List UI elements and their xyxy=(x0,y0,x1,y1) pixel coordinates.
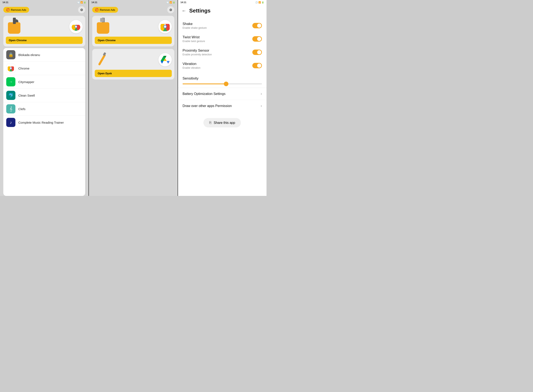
vibration-sub: Enable vibration xyxy=(182,66,201,69)
cleanswell-label: Clean Swell xyxy=(18,94,35,97)
gesture-card-inner-chrome xyxy=(95,18,172,35)
gesture-hand-middle-2 xyxy=(95,52,113,67)
vibration-toggle[interactable] xyxy=(252,63,262,68)
proximity-toggle[interactable] xyxy=(252,50,262,55)
panel-right: 14:11 🕐 📶 🔋 ← Settings Shake Enable shak… xyxy=(178,0,266,196)
settings-item-vibration: Vibration Enable vibration xyxy=(178,59,266,72)
svg-point-9 xyxy=(164,26,166,28)
twist-label: Twist Wrist xyxy=(182,35,205,39)
twist-toggle[interactable] xyxy=(252,36,262,42)
gesture-card-inner-dysk xyxy=(95,51,172,68)
music-label: Complete Music Reading Trainer xyxy=(18,121,64,124)
sensitivity-section: Sensitivity xyxy=(178,74,266,88)
sensitivity-label: Sensitivity xyxy=(182,76,262,81)
clefs-label: Clefs xyxy=(18,107,25,111)
citymapper-icon: → xyxy=(6,77,15,86)
no-ads-icon-middle xyxy=(95,8,98,11)
settings-item-shake: Shake Enable shake gesture xyxy=(178,19,266,32)
music-icon: ♪ xyxy=(6,118,15,127)
open-dysk-button-middle[interactable]: Open Dysk xyxy=(95,70,172,77)
slider-fill xyxy=(182,84,226,84)
proximity-sub: Enable proximity detection xyxy=(182,53,212,56)
list-item-citymapper[interactable]: → Citymapper xyxy=(3,75,85,89)
settings-back-button[interactable]: ← xyxy=(182,8,186,14)
battery-chevron: › xyxy=(261,92,262,96)
slider-track xyxy=(182,84,262,84)
no-ads-icon xyxy=(6,8,9,11)
draw-label: Draw over other apps Permission xyxy=(182,104,232,108)
panel-middle: 14:11 🕐 📶 🔋 Remove Ads ⚙ xyxy=(89,0,178,196)
vibration-label: Vibration xyxy=(182,62,201,66)
status-bar-left: 14:11 🕐 📶 🔋 xyxy=(0,0,89,5)
app-list-left: 🔒 Blokada ekranu Chrome → Citymapp xyxy=(3,48,85,196)
gesture-hand-left xyxy=(6,19,25,34)
time-left: 14:11 xyxy=(3,1,8,4)
shake-label: Shake xyxy=(182,22,207,26)
top-bar-middle: Remove Ads ⚙ xyxy=(89,5,177,15)
citymapper-label: Citymapper xyxy=(18,80,34,84)
chrome-list-icon xyxy=(6,64,15,73)
draw-permission-item[interactable]: Draw over other apps Permission › xyxy=(178,100,266,112)
gesture-card-chrome-middle: Open Chrome xyxy=(92,16,174,47)
settings-item-proximity: Proximity Sensor Enable proximity detect… xyxy=(178,46,266,59)
proximity-label: Proximity Sensor xyxy=(182,48,212,53)
cleanswell-icon: 🐬 xyxy=(6,91,15,100)
remove-ads-button-left[interactable]: Remove Ads xyxy=(3,7,29,13)
list-item-music[interactable]: ♪ Complete Music Reading Trainer xyxy=(3,116,85,129)
twist-sub: Enable twist gesture xyxy=(182,40,205,43)
open-chrome-button-middle[interactable]: Open Chrome xyxy=(95,37,172,44)
gesture-card-inner xyxy=(6,18,83,35)
status-icons-left: 🕐 📶 🔋 xyxy=(77,1,86,4)
gesture-card-chrome-left: Open Chrome xyxy=(3,16,85,47)
gesture-card-dysk-middle: Open Dysk xyxy=(92,49,174,79)
svg-point-6 xyxy=(10,67,11,69)
battery-label: Battery Optimization Settings xyxy=(182,92,225,96)
list-item-clefs[interactable]: 𝄞 Clefs xyxy=(3,102,85,116)
share-button[interactable]: ⎘ Share this app xyxy=(203,118,241,127)
settings-item-twist: Twist Wrist Enable twist gesture xyxy=(178,32,266,46)
status-bar-middle: 14:11 🕐 📶 🔋 xyxy=(89,0,177,5)
settings-list: Shake Enable shake gesture Twist Wrist E… xyxy=(178,17,266,74)
chrome-label: Chrome xyxy=(18,67,29,70)
gear-icon-middle: ⚙ xyxy=(169,8,172,12)
list-item-cleanswell[interactable]: 🐬 Clean Swell xyxy=(3,89,85,102)
usb-stick xyxy=(13,18,16,24)
hand-shape xyxy=(8,22,20,34)
chrome-svg-left xyxy=(71,22,81,31)
settings-button-middle[interactable]: ⚙ xyxy=(167,6,174,13)
shake-sub: Enable shake gesture xyxy=(182,26,207,29)
blokada-label: Blokada ekranu xyxy=(18,53,40,57)
chrome-icon-middle xyxy=(159,20,172,33)
remove-ads-button-middle[interactable]: Remove Ads xyxy=(92,7,118,13)
time-right: 14:11 xyxy=(181,1,186,4)
shake-toggle[interactable] xyxy=(252,23,262,28)
share-icon: ⎘ xyxy=(209,121,211,125)
gear-icon-left: ⚙ xyxy=(80,8,83,12)
open-chrome-button-left[interactable]: Open Chrome xyxy=(6,37,83,44)
drive-icon-middle xyxy=(159,53,172,66)
draw-chevron: › xyxy=(261,104,262,108)
time-middle: 14:11 xyxy=(91,1,97,4)
gesture-hand-middle-1 xyxy=(95,19,113,34)
list-item-blokada[interactable]: 🔒 Blokada ekranu xyxy=(3,48,85,62)
settings-title: Settings xyxy=(189,8,211,14)
list-item-chrome[interactable]: Chrome xyxy=(3,62,85,75)
settings-button-left[interactable]: ⚙ xyxy=(78,6,85,13)
top-bar-left: Remove Ads ⚙ xyxy=(0,5,89,15)
chrome-icon-left xyxy=(69,20,83,33)
panel-left: 14:11 🕐 📶 🔋 Remove Ads ⚙ xyxy=(0,0,89,196)
battery-optimization-item[interactable]: Battery Optimization Settings › xyxy=(178,88,266,100)
slider-thumb[interactable] xyxy=(224,82,228,86)
clefs-icon: 𝄞 xyxy=(6,104,15,113)
settings-header: ← Settings xyxy=(178,5,266,17)
blokada-icon: 🔒 xyxy=(6,50,15,59)
status-icons-right: 🕐 📶 🔋 xyxy=(255,1,264,4)
share-section: ⎘ Share this app xyxy=(178,115,266,131)
status-icons-middle: 🕐 📶 🔋 xyxy=(166,1,175,4)
status-bar-right: 14:11 🕐 📶 🔋 xyxy=(178,0,266,5)
svg-point-3 xyxy=(75,26,77,28)
